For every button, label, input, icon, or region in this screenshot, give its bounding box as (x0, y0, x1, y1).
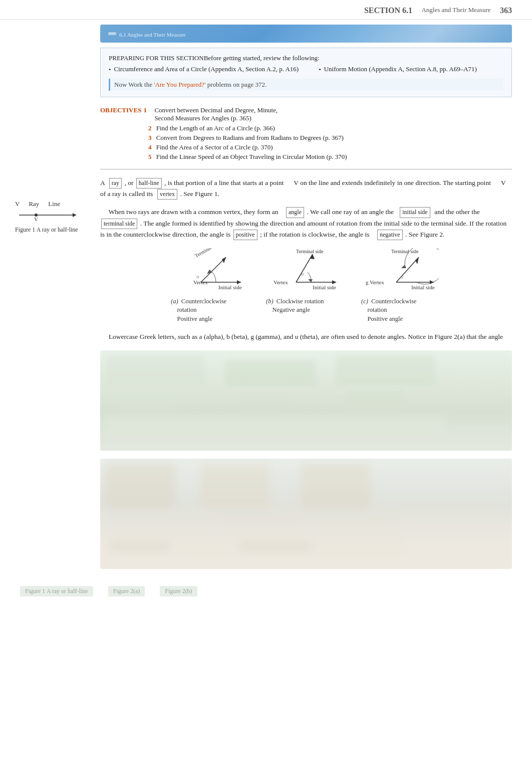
bullet-item-1: • Uniform Motion (Appendix A, Section A.… (319, 65, 477, 74)
objectives-label: OBJECTIVES (100, 106, 141, 114)
ray-line-labels: V Ray Line (15, 200, 60, 208)
greek-note: Lowercase Greek letters, such as a (alph… (100, 331, 512, 342)
svg-rect-46 (311, 516, 401, 526)
svg-text:V: V (34, 216, 38, 222)
figure2a-svg: Terminal side Vertex Initial side a (173, 248, 248, 293)
blurred-figures-bottom (100, 459, 512, 569)
caption-letter-c: (c) (361, 298, 368, 305)
svg-marker-19 (332, 280, 336, 284)
now-work: Now Work the 'Are You Prepared?' problem… (109, 79, 503, 91)
obj-number-4: 4 (148, 143, 152, 151)
svg-text:b: b (301, 271, 304, 277)
obj-number-5: 5 (148, 153, 152, 160)
banner-decoration: 6.1 Angles and Their Measure (108, 29, 208, 38)
body-paragraph-2: When two rays are drawn with a common ve… (100, 207, 512, 240)
blurred-figures-top (100, 350, 512, 451)
figure2b-svg: Terminal side Vertex Initial side b (269, 248, 344, 293)
obj-number-2: 2 (148, 124, 152, 132)
svg-line-25 (396, 257, 419, 282)
page-title: Angles and Their Measure (421, 6, 490, 15)
obj-text-1: Convert between Decimal and Degree, Minu… (154, 106, 278, 122)
svg-text:Initial side: Initial side (411, 284, 435, 290)
caption-letter-b: (b) (266, 298, 274, 305)
svg-marker-8 (222, 257, 226, 263)
caption-c: (c) Counterclockwise rotation Positive a… (361, 297, 441, 324)
svg-rect-37 (115, 391, 175, 411)
svg-text:Vertex: Vertex (193, 279, 208, 285)
obj-number-3: 3 (148, 134, 152, 141)
halfline-boxword: half-line (136, 178, 162, 188)
svg-text:g: g (366, 279, 369, 285)
svg-text:6.1  Angles and Their Measure: 6.1 Angles and Their Measure (119, 32, 186, 38)
caption-b: (b) Clockwise rotation Negative angle (266, 297, 346, 324)
svg-text:a: a (196, 273, 199, 279)
svg-rect-47 (105, 531, 406, 556)
svg-rect-40 (105, 416, 446, 431)
figure2-row: Terminal side Vertex Initial side a (100, 248, 512, 293)
svg-rect-45 (215, 516, 306, 526)
bullet-dot-1: • (319, 66, 321, 74)
figure2a: Terminal side Vertex Initial side a (171, 248, 251, 293)
line-label: Line (48, 200, 60, 208)
svg-line-16 (296, 254, 313, 282)
svg-rect-39 (346, 391, 406, 411)
page-number: 363 (500, 6, 512, 15)
ray-boxword: ray (109, 178, 122, 188)
svg-rect-44 (110, 516, 210, 526)
angle-boxword: angle (286, 207, 304, 218)
ray-line-svg: V (15, 208, 80, 222)
bullet-item-0: • Circumference and Area of a Circle (Ap… (109, 65, 299, 74)
svg-text:Initial side: Initial side (218, 284, 242, 290)
footer-item-2: Figure 2(b) (160, 586, 197, 597)
footer-item-0: Figure 1 A ray or half-line (20, 586, 93, 597)
objectives-section: OBJECTIVES 1 Convert between Decimal and… (100, 106, 512, 161)
svg-rect-43 (301, 464, 371, 509)
section-banner: 6.1 Angles and Their Measure (100, 25, 512, 43)
svg-text:Initial side: Initial side (313, 284, 336, 290)
footer-item-1: Figure 2(a) (108, 586, 145, 597)
v-label: V (15, 200, 20, 208)
svg-rect-41 (105, 464, 175, 509)
svg-marker-10 (237, 280, 241, 284)
left-margin: V Ray Line V Figure 1 A ray or half-line (15, 20, 95, 577)
vertex-boxword: vertex (157, 189, 177, 200)
svg-rect-42 (200, 464, 271, 509)
are-you-prepared-link[interactable]: 'Are You Prepared?' (154, 81, 205, 88)
svg-marker-20 (308, 279, 313, 282)
body-paragraph-1: A ray , or half-line , is that portion o… (100, 177, 512, 200)
obj-row-2: 2 Find the Length of an Arc of a Circle … (148, 124, 512, 132)
svg-rect-35 (225, 360, 316, 385)
objectives-row-1: OBJECTIVES 1 Convert between Decimal and… (100, 106, 512, 122)
ray-label: Ray (29, 200, 39, 208)
obj-number-1: 1 (143, 106, 151, 114)
preparing-section: PREPARING FOR THIS SECTIONBefore getting… (100, 48, 512, 97)
section-divider (100, 169, 512, 169)
svg-line-7 (201, 257, 226, 282)
bullet-col-right: • Uniform Motion (Appendix A, Section A.… (319, 65, 477, 74)
svg-text:γ: γ (401, 273, 404, 279)
svg-marker-1 (73, 213, 76, 217)
initialside-boxword: initial side (400, 207, 430, 218)
svg-rect-38 (240, 393, 291, 411)
figure1-label: Figure 1 A ray or half-line (15, 226, 90, 234)
page-footer: Figure 1 A ray or half-line Figure 2(a) … (0, 582, 532, 601)
bullet-col-left: • Circumference and Area of a Circle (Ap… (109, 65, 299, 74)
negative-boxword: negative (377, 230, 403, 240)
svg-marker-29 (401, 265, 406, 268)
svg-rect-49 (240, 541, 311, 551)
svg-marker-26 (415, 257, 419, 264)
bullet-dot-0: • (109, 66, 111, 74)
section-label: SECTION 6.1 (364, 6, 412, 15)
svg-text:Terminal side: Terminal side (194, 248, 220, 259)
caption-letter-a: (a) (171, 298, 178, 305)
svg-text:Vertex: Vertex (274, 279, 288, 285)
positive-boxword: positive (233, 230, 257, 240)
captions-row: (a) Counterclockwise rotation Positive a… (100, 297, 512, 324)
blurred-svg-bottom (100, 459, 512, 569)
caption-a: (a) Counterclockwise rotation Positive a… (171, 297, 251, 324)
preparing-title: PREPARING FOR THIS SECTIONBefore getting… (109, 54, 503, 62)
blurred-svg-top (100, 350, 512, 451)
content-area: 6.1 Angles and Their Measure PREPARING F… (95, 20, 517, 577)
svg-text:Terminal side: Terminal side (296, 249, 324, 254)
svg-rect-4 (108, 32, 116, 35)
